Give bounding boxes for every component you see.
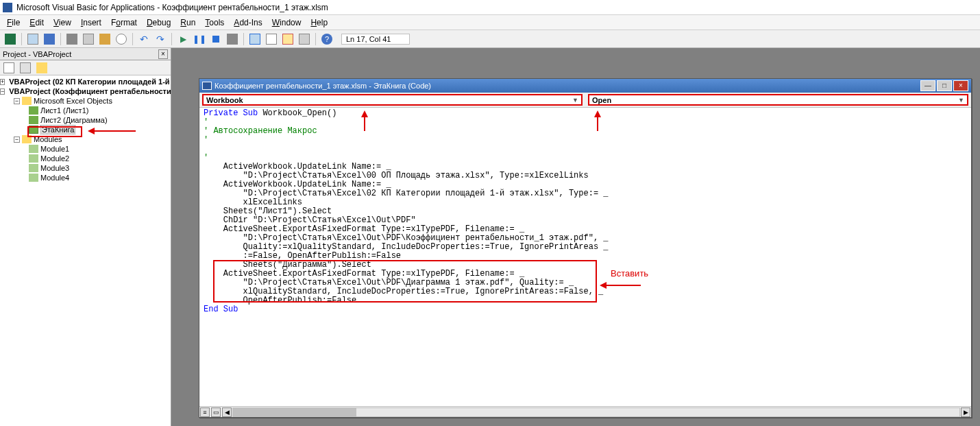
main-toolbar: ↶ ↷ ▶ ❚❚ ? Ln 17, Col 41 (0, 30, 980, 48)
menubar: File Edit View Insert Format Debug Run T… (0, 15, 980, 30)
save-button[interactable] (42, 32, 57, 46)
tree-label: Module3 (40, 164, 69, 172)
object-dropdown[interactable]: Workbook ▼ (202, 94, 583, 106)
menu-view[interactable]: View (53, 18, 71, 27)
paste-button[interactable] (97, 32, 112, 46)
full-module-view-button[interactable]: ▭ (211, 407, 221, 417)
project-panel-title-text: Project - VBAProject (3, 50, 71, 58)
view-object-button[interactable] (18, 61, 33, 75)
tree-modules-folder[interactable]: − Modules (0, 134, 171, 144)
view-code-button[interactable] (1, 61, 16, 75)
project-panel-toolbar (0, 60, 171, 75)
object-browser-button[interactable] (280, 32, 295, 46)
tree-label: Microsoft Excel Objects (34, 97, 112, 105)
tree-module3[interactable]: Module3 (0, 163, 171, 173)
project-panel-title: Project - VBAProject × (0, 48, 171, 60)
tree-label: Module2 (40, 154, 69, 163)
procedure-view-button[interactable]: ≡ (200, 407, 210, 417)
cursor-position: Ln 17, Col 41 (341, 34, 410, 45)
tree-label: VBAProject (02 КП Категории площадей 1-й… (9, 78, 171, 86)
menu-edit[interactable]: Edit (29, 18, 44, 27)
tree-label: Modules (34, 135, 62, 143)
horizontal-scrollbar[interactable] (232, 407, 960, 417)
help-button[interactable]: ? (319, 32, 334, 46)
scroll-right-button[interactable]: ▶ (961, 407, 970, 417)
reset-button[interactable] (208, 32, 223, 46)
close-button[interactable]: × (953, 80, 968, 91)
tree-label: Module1 (40, 145, 69, 153)
view-excel-button[interactable] (3, 32, 18, 46)
procedure-dropdown-value: Open (592, 96, 611, 104)
tree-project-2[interactable]: − VBAProject (Коэффициент рентабельности… (0, 86, 171, 96)
code-window: Коэффициент рентабельности_1 этаж.xlsm -… (199, 78, 972, 418)
maximize-button[interactable]: □ (937, 80, 952, 91)
toggle-folders-button[interactable] (34, 61, 49, 75)
toolbox-button[interactable] (297, 32, 312, 46)
insert-button[interactable] (25, 32, 40, 46)
menu-run[interactable]: Run (180, 18, 195, 27)
code-text[interactable]: Private Sub Workbook_Open() ' ' Автосохр… (199, 108, 971, 316)
project-explorer-button[interactable] (247, 32, 262, 46)
tree-label-selected: ЭтаКнига (40, 125, 75, 134)
properties-button[interactable] (264, 32, 279, 46)
menu-format[interactable]: Format (111, 18, 137, 27)
tree-label: Лист1 (Лист1) (40, 106, 88, 115)
menu-window[interactable]: Window (272, 18, 302, 27)
annotation-insert-label: Вставить (611, 268, 648, 279)
tree-module2[interactable]: Module2 (0, 154, 171, 163)
redo-button[interactable]: ↷ (153, 32, 168, 46)
app-titlebar: Microsoft Visual Basic for Applications … (0, 0, 980, 15)
tree-sheet2[interactable]: Лист2 (Диаграмма) (0, 115, 171, 125)
menu-file[interactable]: File (7, 18, 20, 27)
code-dropdown-row: Workbook ▼ Open ▼ (199, 93, 971, 108)
tree-module4[interactable]: Module4 (0, 173, 171, 182)
menu-addins[interactable]: Add-Ins (234, 18, 262, 27)
chevron-down-icon: ▼ (958, 97, 964, 104)
tree-excel-objects-folder[interactable]: − Microsoft Excel Objects (0, 96, 171, 106)
design-mode-button[interactable] (225, 32, 240, 46)
procedure-dropdown[interactable]: Open ▼ (588, 94, 968, 106)
menu-debug[interactable]: Debug (147, 18, 171, 27)
tree-sheet1[interactable]: Лист1 (Лист1) (0, 106, 171, 115)
code-window-titlebar[interactable]: Коэффициент рентабельности_1 этаж.xlsm -… (199, 79, 971, 93)
undo-button[interactable]: ↶ (136, 32, 151, 46)
app-icon (3, 3, 12, 12)
menu-tools[interactable]: Tools (205, 18, 224, 27)
app-title: Microsoft Visual Basic for Applications … (16, 3, 328, 12)
minimize-button[interactable]: — (920, 80, 935, 91)
mdi-area: Коэффициент рентабельности_1 этаж.xlsm -… (171, 48, 980, 426)
code-scrollbar-row: ≡ ▭ ◀ ▶ (199, 406, 971, 417)
tree-project-1[interactable]: + VBAProject (02 КП Категории площадей 1… (0, 77, 171, 86)
tree-module1[interactable]: Module1 (0, 144, 171, 154)
menu-insert[interactable]: Insert (81, 18, 101, 27)
find-button[interactable] (114, 32, 129, 46)
code-window-icon (202, 82, 212, 90)
tree-label: Лист2 (Диаграмма) (40, 116, 108, 124)
break-button[interactable]: ❚❚ (192, 32, 207, 46)
object-dropdown-value: Workbook (206, 96, 243, 104)
code-window-title: Коэффициент рентабельности_1 этаж.xlsm -… (215, 82, 431, 90)
cut-button[interactable] (64, 32, 79, 46)
scroll-left-button[interactable]: ◀ (222, 407, 232, 417)
project-tree: + VBAProject (02 КП Категории площадей 1… (0, 75, 171, 426)
code-editor[interactable]: Private Sub Workbook_Open() ' ' Автосохр… (199, 108, 971, 406)
project-explorer: Project - VBAProject × + VBAProject (02 … (0, 48, 171, 426)
menu-help[interactable]: Help (310, 18, 328, 27)
tree-thisworkbook[interactable]: ЭтаКнига (0, 125, 171, 134)
tree-label: Module4 (40, 174, 69, 182)
tree-label: VBAProject (Коэффициент рентабельности_ (9, 87, 171, 95)
copy-button[interactable] (81, 32, 96, 46)
project-panel-close[interactable]: × (158, 49, 168, 59)
run-button[interactable]: ▶ (175, 32, 191, 46)
chevron-down-icon: ▼ (572, 97, 578, 104)
